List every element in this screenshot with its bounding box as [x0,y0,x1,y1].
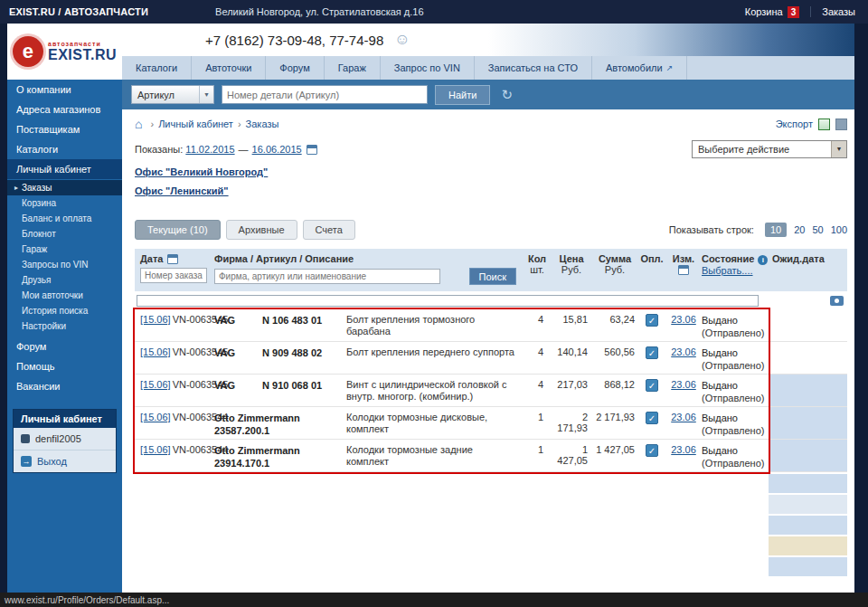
sidebar-item-about-company[interactable]: О компании [7,80,122,100]
nav-item-cars[interactable]: Автомобили↗ [592,56,687,80]
order-date-link[interactable]: [15.06] [140,412,171,422]
sidebar-subitem-my-autopoints[interactable]: Мои автоточки [7,288,122,303]
firm-filter-input[interactable] [214,269,440,284]
sidebar-subitem-orders[interactable]: ▸ Заказы [7,180,122,195]
sidebar-item-catalogs[interactable]: Каталоги [7,139,122,159]
order-date-link[interactable]: [15.06] [140,444,171,455]
logout-arrow-glyph: → [23,457,31,466]
paid-checkbox[interactable]: ✓ [646,379,658,392]
sidebar-item-store-addresses[interactable]: Адреса магазинов [7,100,122,119]
find-button[interactable]: Найти [435,85,490,105]
breadcrumb-cabinet[interactable]: Личный кабинет [158,119,233,129]
part-number-input[interactable] [222,85,428,104]
nav-item-sto-signup[interactable]: Записаться на СТО [475,56,592,80]
nav-item-autopoints[interactable]: Автоточки [192,56,266,80]
order-number-filter-input[interactable] [140,268,207,283]
period-to-link[interactable]: 16.06.2015 [252,144,302,155]
sidebar-subitem-balance[interactable]: Баланс и оплата [7,211,122,226]
topbar-cart-link[interactable]: Корзина [745,6,783,17]
sidebar-subitem-notebook[interactable]: Блокнот [7,226,122,242]
quantity: 1 [523,407,552,439]
order-date-link[interactable]: [15.06] [140,346,171,357]
page-size-20[interactable]: 20 [794,224,805,235]
period-row: Показаны: 11.02.2015 — 16.06.2015 Выбери… [135,140,847,158]
nav-item-forum[interactable]: Форум [266,56,324,80]
nav-item-catalogs[interactable]: Каталоги [122,56,192,80]
description: Болт крепления переднего суппорта [346,342,523,374]
sidebar-subitem-garage[interactable]: Гараж [7,242,122,257]
sidebar-item-help[interactable]: Помощь [7,356,122,376]
col-date-header[interactable]: Дата [140,253,163,264]
order-row[interactable]: [15.06]VN-0063544 Otto Zimmermann 23914.… [135,440,847,472]
excel-export-icon[interactable] [818,119,830,130]
quick-filter-row [135,295,847,307]
change-date-link[interactable]: 23.06 [671,379,696,390]
change-date-link[interactable]: 23.06 [671,314,696,325]
description: Винт с цилиндрической головкой с внутр. … [346,375,523,406]
order-row[interactable]: [15.06]VN-0063545 VAG N 910 068 01 Винт … [135,375,847,407]
paid-checkbox[interactable]: ✓ [646,412,658,424]
header: e автозапчасти EXIST.RU +7 (8162) 73-09-… [7,24,854,80]
sidebar-subitem-friends[interactable]: Друзья [7,272,122,288]
camera-icon[interactable] [830,296,844,306]
change-date-link[interactable]: 23.06 [671,444,696,455]
print-icon[interactable] [835,119,847,130]
sidebar-subitem-settings[interactable]: Настройки [7,318,122,334]
topbar-divider [810,6,811,17]
sidebar-subitem-search-history[interactable]: История поиска [7,303,122,318]
sidebar-item-forum[interactable]: Форум [7,337,122,356]
sidebar-subitem-cart[interactable]: Корзина [7,195,122,211]
price: 2 171,93 [552,407,591,439]
change-date-link[interactable]: 23.06 [671,346,696,357]
status-note: (Отправлено) [702,327,769,339]
brand: VAG [214,379,259,392]
wait-date-cell [769,375,847,406]
nav-item-garage[interactable]: Гараж [325,56,381,80]
order-row[interactable]: [15.06]VN-0063545 VAG N 106 483 01 Болт … [135,309,847,342]
wait-date-column-continuation [135,474,847,576]
period-from-link[interactable]: 11.02.2015 [185,144,234,155]
paid-checkbox[interactable]: ✓ [646,346,658,359]
page-size-10[interactable]: 10 [765,223,787,237]
paid-checkbox[interactable]: ✓ [646,444,658,457]
select-all-link[interactable]: Выбрать.... [702,265,753,276]
status-url: www.exist.ru/Profile/Orders/Default.asp.… [5,595,169,605]
quick-filter-input[interactable] [137,295,759,307]
search-category-select[interactable]: Артикул ▼ [131,85,214,104]
office-link-novgorod[interactable]: Офис "Великий Новгород" [135,166,268,177]
tab-current-orders[interactable]: Текущие (10) [135,220,221,240]
home-icon[interactable]: ⌂ [135,117,142,131]
smiley-icon[interactable]: ☺ [394,31,410,49]
sidebar-item-vacancies[interactable]: Вакансии [7,376,122,396]
calendar-icon[interactable] [678,265,689,275]
paid-checkbox[interactable]: ✓ [646,314,658,327]
page-size-100[interactable]: 100 [831,224,847,235]
site-logo[interactable]: e автозапчасти EXIST.RU [7,24,122,80]
tab-bills[interactable]: Счета [303,220,355,240]
info-icon[interactable]: i [758,255,768,265]
calendar-icon[interactable] [167,254,178,264]
topbar-brand[interactable]: EXIST.RU / АВТОЗАПЧАСТИ [9,6,148,17]
quantity: 4 [523,309,552,341]
logout-button[interactable]: → Выход [14,450,116,472]
sidebar-item-suppliers[interactable]: Поставщикам [7,119,122,139]
change-date-link[interactable]: 23.06 [671,412,696,422]
order-row[interactable]: [15.06]VN-0063544 Otto Zimmermann 23587.… [135,407,847,440]
sidebar-item-personal-cabinet[interactable]: Личный кабинет [7,159,122,179]
order-row[interactable]: [15.06]VN-0063545 VAG N 909 488 02 Болт … [135,342,847,375]
export-link[interactable]: Экспорт [776,119,813,129]
calendar-icon[interactable] [307,145,317,155]
tab-archive-orders[interactable]: Архивные [226,220,297,240]
order-date-link[interactable]: [15.06] [140,379,171,390]
table-search-button[interactable]: Поиск [469,268,516,285]
page-size-50[interactable]: 50 [812,224,823,235]
nav-item-vin-request[interactable]: Запрос по VIN [381,56,475,80]
col-status-header[interactable]: Состояние [702,253,754,264]
sidebar-subitem-vin-requests[interactable]: Запросы по VIN [7,257,122,272]
breadcrumb-orders[interactable]: Заказы [246,119,279,129]
action-select[interactable]: Выберите действие ▼ [692,140,847,158]
office-link-leninsky[interactable]: Офис "Ленинский" [135,185,229,196]
topbar-orders-link[interactable]: Заказы [822,6,855,17]
order-date-link[interactable]: [15.06] [140,314,171,325]
search-history-icon[interactable]: ↻ [501,87,513,103]
